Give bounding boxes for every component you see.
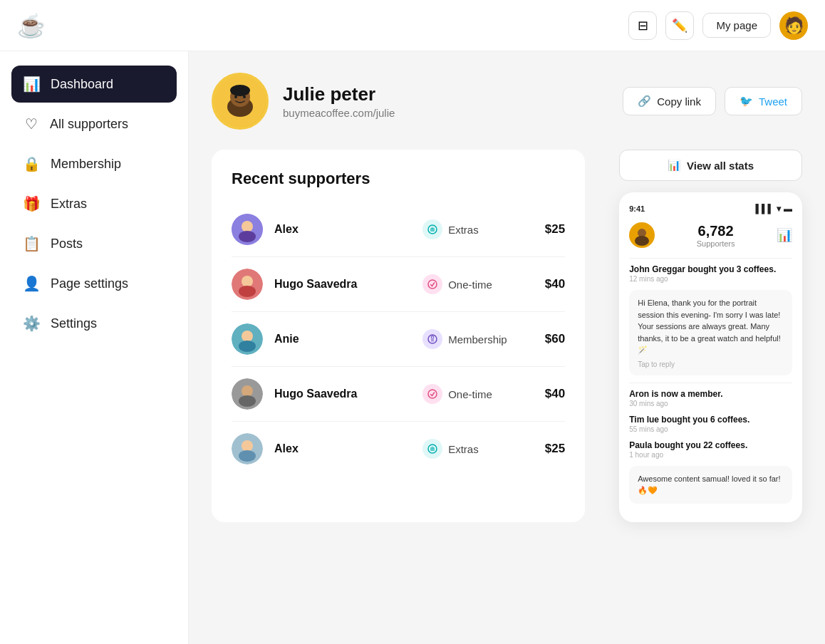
two-panel-layout: Recent supporters Alex Extras $25	[212, 150, 802, 522]
signal-icon: ▌▌▌	[755, 204, 774, 214]
last-message-text: Awesome content samual! loved it so far!…	[638, 473, 784, 497]
lock-icon: 🔒	[23, 155, 41, 172]
membership-type-icon	[422, 329, 442, 349]
sidebar-item-page-settings[interactable]: 👤 Page settings	[11, 265, 177, 302]
supporter-type: Extras	[422, 439, 522, 459]
supporter-name: Hugo Saavedra	[274, 388, 422, 400]
battery-icon: ▬	[784, 204, 792, 214]
avatar	[232, 323, 263, 355]
svg-rect-20	[431, 338, 434, 342]
sidebar-item-label: Dashboard	[51, 77, 113, 92]
sidebar-item-settings[interactable]: ⚙️ Settings	[11, 305, 177, 342]
view-all-stats-button[interactable]: 📊 View all stats	[619, 150, 802, 181]
tweet-label: Tweet	[759, 95, 787, 108]
profile-avatar	[212, 73, 269, 130]
gear-icon: ⚙️	[23, 315, 41, 332]
sidebar-item-all-supporters[interactable]: ♡ All supporters	[11, 105, 177, 142]
phone-stats: 6,782 Supporters	[697, 223, 735, 248]
feed-title: Tim lue bought you 6 coffees.	[629, 415, 792, 425]
message-text: Hi Elena, thank you for the portrait ses…	[638, 297, 784, 356]
phone-divider	[629, 258, 792, 259]
tweet-button[interactable]: 🐦 Tweet	[725, 87, 802, 115]
svg-point-15	[428, 280, 437, 289]
header-actions: ⊟ ✏️ My page 🧑	[628, 11, 808, 40]
feed-time: 55 mins ago	[629, 425, 792, 433]
sidebar-item-label: Membership	[51, 157, 121, 172]
sidebar-item-label: Posts	[51, 237, 83, 251]
svg-point-8	[239, 231, 256, 242]
svg-point-18	[239, 341, 256, 352]
supporter-type: One-time	[422, 274, 522, 294]
feed-title: Aron is now a member.	[629, 389, 792, 399]
svg-point-22	[242, 385, 253, 397]
supporter-amount: $40	[522, 387, 565, 401]
svg-rect-30	[432, 447, 434, 449]
supporter-amount: $25	[522, 442, 565, 456]
supporter-type: Extras	[422, 219, 522, 239]
view-all-stats-label: View all stats	[687, 160, 754, 172]
tap-to-reply[interactable]: Tap to reply	[638, 360, 784, 368]
twitter-icon: 🐦	[740, 95, 753, 108]
header: ☕ ⊟ ✏️ My page 🧑	[0, 0, 825, 51]
profile-header: Julie peter buymeacoffee.com/julie 🔗 Cop…	[212, 73, 802, 130]
svg-point-13	[242, 276, 253, 287]
table-row: Alex Extras $25	[232, 422, 565, 476]
extras-type-icon	[422, 219, 442, 239]
svg-point-33	[635, 236, 649, 246]
sidebar: 📊 Dashboard ♡ All supporters 🔒 Membershi…	[0, 51, 189, 644]
table-row: Hugo Saavedra One-time $40	[232, 367, 565, 422]
subtitle-icon-btn[interactable]: ⊟	[628, 11, 657, 40]
edit-icon: ✏️	[672, 18, 688, 33]
notif-title: John Greggar bought you 3 coffees.	[629, 264, 792, 274]
sidebar-item-label: All supporters	[50, 117, 128, 132]
profile-actions: 🔗 Copy link 🐦 Tweet	[623, 87, 802, 115]
svg-point-5	[243, 95, 246, 98]
my-page-button[interactable]: My page	[702, 13, 771, 38]
phone-message-card: Hi Elena, thank you for the portrait ses…	[629, 290, 792, 375]
phone-status-bar: 9:41 ▌▌▌ ▾ ▬	[629, 204, 792, 214]
supporter-type: One-time	[422, 384, 522, 404]
edit-icon-btn[interactable]: ✏️	[665, 11, 694, 40]
supporters-label: Supporters	[697, 239, 735, 248]
user-avatar[interactable]: 🧑	[779, 11, 808, 40]
sidebar-item-dashboard[interactable]: 📊 Dashboard	[11, 66, 177, 103]
chart-icon: 📊	[777, 227, 792, 243]
svg-point-26	[242, 440, 253, 452]
main-layout: 📊 Dashboard ♡ All supporters 🔒 Membershi…	[0, 51, 825, 644]
supporter-name: Alex	[274, 442, 422, 455]
onetime-type-icon	[422, 384, 442, 404]
supporter-name: Hugo Saavedra	[274, 278, 422, 291]
extras-type-icon	[422, 439, 442, 459]
notif-time: 12 mins ago	[629, 275, 792, 283]
posts-icon: 📋	[23, 235, 41, 252]
supporter-amount: $40	[522, 277, 565, 291]
logo-icon: ☕	[17, 12, 46, 39]
phone-last-message-card: Awesome content samual! loved it so far!…	[629, 466, 792, 504]
copy-link-button[interactable]: 🔗 Copy link	[623, 87, 716, 115]
svg-point-24	[428, 390, 437, 398]
sidebar-item-extras[interactable]: 🎁 Extras	[11, 185, 177, 222]
supporters-title: Recent supporters	[232, 170, 565, 188]
avatar	[232, 269, 263, 300]
table-row: Hugo Saavedra One-time $40	[232, 257, 565, 312]
svg-point-3	[230, 85, 250, 96]
table-row: Anie Membership $60	[232, 312, 565, 367]
avatar	[232, 378, 263, 410]
supporter-amount: $25	[522, 222, 565, 237]
phone-profile-row: 6,782 Supporters 📊	[629, 222, 792, 248]
person-icon: 👤	[23, 275, 41, 292]
right-panel: 📊 View all stats 9:41 ▌▌▌ ▾ ▬	[619, 150, 802, 522]
onetime-type-icon	[422, 274, 442, 294]
svg-point-27	[239, 450, 256, 462]
sidebar-item-label: Extras	[51, 197, 87, 212]
table-row: Alex Extras $25	[232, 202, 565, 257]
main-content: Julie peter buymeacoffee.com/julie 🔗 Cop…	[189, 51, 825, 644]
profile-info: Julie peter buymeacoffee.com/julie	[283, 83, 608, 119]
sidebar-item-posts[interactable]: 📋 Posts	[11, 225, 177, 262]
wifi-icon: ▾	[777, 204, 781, 214]
phone-avatar	[629, 222, 655, 248]
sidebar-item-membership[interactable]: 🔒 Membership	[11, 145, 177, 182]
link-icon: 🔗	[638, 95, 651, 108]
stats-icon: 📊	[668, 159, 681, 172]
svg-point-4	[234, 95, 237, 98]
